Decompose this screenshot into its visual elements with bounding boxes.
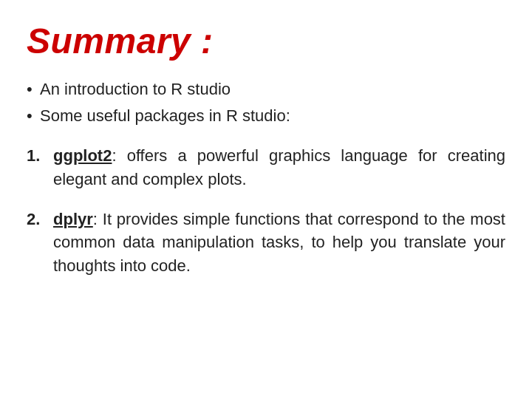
item-separator-1: : [112, 146, 126, 165]
item-keyword-1: ggplot2 [53, 146, 112, 165]
bullet-item-1: An introduction to R studio [27, 78, 505, 101]
numbered-item-2: 2. dplyr: It provides simple functions t… [27, 208, 505, 279]
slide-title: Summary : [27, 21, 505, 61]
item-number-2: 2. [27, 208, 53, 231]
slide: Summary : An introduction to R studio So… [0, 0, 532, 399]
item-description-2: It provides simple functions that corres… [53, 210, 505, 276]
numbered-items: 1. ggplot2: offers a powerful graphics l… [27, 144, 505, 278]
item-keyword-2: dplyr [53, 210, 93, 228]
item-number-1: 1. [27, 144, 53, 168]
bullet-item-2: Some useful packages in R studio: [27, 104, 505, 128]
item-content-2: dplyr: It provides simple functions that… [53, 208, 505, 279]
numbered-item-1: 1. ggplot2: offers a powerful graphics l… [27, 144, 505, 191]
bullet-list: An introduction to R studio Some useful … [27, 78, 505, 128]
item-separator-2: : [93, 210, 103, 228]
item-content-1: ggplot2: offers a powerful graphics lang… [53, 144, 505, 191]
